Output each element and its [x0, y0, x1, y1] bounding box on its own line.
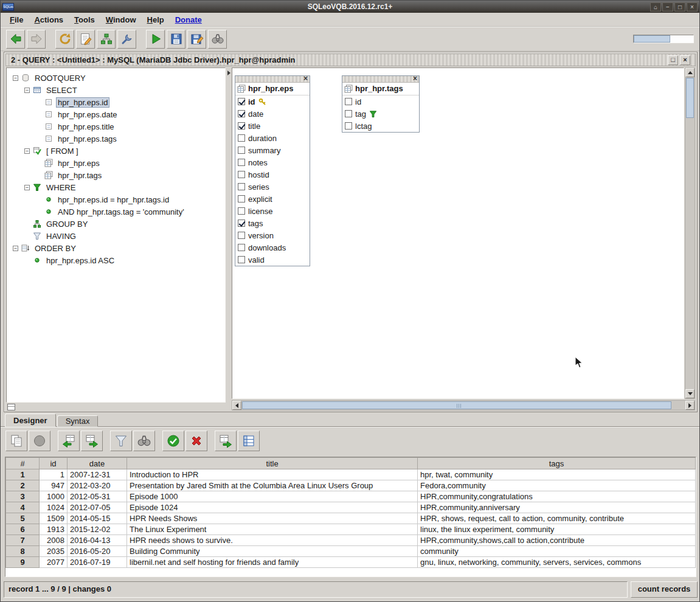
column-header[interactable]: date — [68, 458, 127, 469]
frame-close-button[interactable]: × — [680, 55, 690, 65]
column-row[interactable]: hostid — [235, 168, 310, 181]
column-header[interactable]: title — [127, 458, 418, 469]
forward-button[interactable] — [27, 30, 46, 49]
window-titlebar[interactable]: SQLeo SQLeoVQB.2016.12.rc1+ ⌂−□× — [1, 1, 699, 13]
schema-button[interactable] — [97, 30, 116, 49]
column-checkbox[interactable] — [238, 244, 245, 251]
query-window-titlebar[interactable]: 2 - QUERY : <Untitled1> : MySQL (MariaDB… — [5, 54, 696, 66]
menu-window[interactable]: Window — [100, 14, 142, 26]
row-header-cell[interactable]: 2 — [6, 480, 40, 491]
tree-node[interactable]: hpr_hpr.eps.title — [7, 120, 225, 133]
row-header-cell[interactable]: 4 — [6, 502, 40, 513]
tree-expander-icon[interactable]: − — [24, 88, 30, 93]
vertical-scrollbar-thumb[interactable] — [686, 78, 694, 118]
stop-button[interactable] — [29, 431, 50, 451]
row-header-cell[interactable]: 3 — [6, 491, 40, 502]
close-icon[interactable]: × — [302, 75, 309, 82]
scroll-down-button[interactable] — [685, 389, 695, 398]
drivers-button[interactable] — [117, 30, 136, 49]
column-row[interactable]: id — [342, 95, 419, 108]
count-records-button[interactable]: count records — [631, 581, 698, 598]
vertical-scrollbar[interactable] — [685, 67, 695, 399]
close-button[interactable]: × — [687, 2, 698, 12]
column-row[interactable]: date — [235, 108, 310, 120]
column-row[interactable]: license — [235, 205, 310, 217]
tab-syntax[interactable]: Syntax — [57, 415, 99, 427]
column-checkbox[interactable] — [238, 207, 245, 215]
tab-designer[interactable]: Designer — [5, 413, 56, 427]
row-header-cell[interactable]: 9 — [6, 557, 40, 568]
column-checkbox[interactable] — [345, 122, 352, 130]
column-row[interactable]: version — [235, 229, 310, 241]
splitter-collapse-icon[interactable] — [227, 71, 230, 75]
transpose-button[interactable] — [238, 431, 260, 451]
split-divider[interactable] — [226, 67, 232, 403]
close-icon[interactable]: × — [412, 75, 418, 82]
column-header[interactable]: # — [6, 458, 40, 469]
save-button[interactable] — [167, 30, 185, 49]
table-card[interactable]: ×hpr_hpr.epsiddatetitledurationsummaryno… — [235, 75, 310, 266]
scroll-right-button[interactable] — [685, 401, 695, 410]
tree-node[interactable]: −[ FROM ] — [7, 145, 225, 157]
next-page-button[interactable] — [81, 431, 103, 451]
table-row[interactable]: 515092014-05-15HPR Needs ShowsHPR, shows… — [6, 513, 696, 524]
table-row[interactable]: 410242012-07-05Episode 1024HPR,community… — [6, 502, 696, 513]
row-header-cell[interactable]: 7 — [6, 535, 40, 546]
back-button[interactable] — [6, 30, 25, 49]
column-checkbox[interactable] — [238, 110, 245, 117]
tree-expander-icon[interactable]: − — [13, 246, 18, 251]
column-row[interactable]: summary — [235, 144, 310, 156]
menu-file[interactable]: File — [4, 14, 29, 26]
column-header[interactable]: id — [40, 458, 68, 469]
column-checkbox[interactable] — [238, 232, 245, 239]
column-checkbox[interactable] — [238, 134, 245, 142]
column-checkbox[interactable] — [238, 159, 245, 166]
row-header-cell[interactable]: 6 — [6, 524, 40, 535]
slider-thumb-handle[interactable] — [634, 35, 670, 43]
table-card-titlebar[interactable]: × — [342, 76, 419, 83]
table-row[interactable]: 820352016-05-20Building Communitycommuni… — [6, 546, 696, 557]
filter-button[interactable] — [110, 431, 132, 451]
column-checkbox[interactable] — [238, 98, 245, 105]
column-checkbox[interactable] — [238, 183, 245, 190]
row-header-cell[interactable]: 5 — [6, 513, 40, 524]
tree-node[interactable]: −ROOTQUERY — [7, 72, 225, 84]
copy-button[interactable] — [5, 431, 27, 451]
rollback-button[interactable] — [185, 431, 207, 451]
frame-maximize-button[interactable]: □ — [668, 55, 678, 65]
tree-node[interactable]: −SELECT — [7, 84, 225, 96]
tree-node[interactable]: −ORDER BY — [7, 242, 225, 254]
search-button[interactable] — [208, 30, 227, 49]
table-card-titlebar[interactable]: × — [235, 76, 310, 83]
commit-button[interactable] — [162, 431, 184, 451]
menu-tools[interactable]: Tools — [69, 14, 100, 26]
column-checkbox[interactable] — [238, 256, 245, 263]
tree-expander-icon[interactable]: − — [24, 185, 30, 190]
scroll-left-button[interactable] — [232, 401, 241, 410]
tree-node[interactable]: −WHERE — [7, 181, 225, 193]
column-checkbox[interactable] — [238, 147, 245, 154]
table-row[interactable]: 619132015-12-02The Linux Experimentlinux… — [6, 524, 696, 535]
zoom-slider[interactable] — [633, 35, 694, 43]
tree-expander-icon[interactable]: − — [24, 148, 30, 154]
menu-actions[interactable]: Actions — [29, 14, 69, 26]
column-row[interactable]: id — [235, 95, 310, 108]
tree-node[interactable]: GROUP BY — [7, 218, 225, 230]
save-as-button[interactable] — [187, 30, 206, 49]
column-checkbox[interactable] — [238, 195, 245, 202]
row-header-cell[interactable]: 8 — [6, 546, 40, 557]
home-button[interactable]: ⌂ — [650, 2, 661, 12]
column-row[interactable]: tag — [342, 108, 419, 120]
row-header-cell[interactable]: 1 — [6, 469, 40, 480]
search-button[interactable] — [133, 431, 155, 451]
tree-node[interactable]: HAVING — [7, 230, 225, 242]
tree-node[interactable]: hpr_hpr.eps.date — [7, 108, 225, 120]
export-button[interactable] — [215, 431, 237, 451]
prev-page-button[interactable] — [58, 431, 80, 451]
column-checkbox[interactable] — [345, 110, 352, 117]
column-row[interactable]: tags — [235, 217, 310, 229]
tree-node[interactable]: hpr_hpr.eps.id = hpr_hpr.tags.id — [7, 193, 225, 206]
table-row[interactable]: 720082016-04-13HPR needs shows to surviv… — [6, 535, 696, 546]
column-row[interactable]: title — [235, 120, 310, 132]
table-row[interactable]: 112007-12-31Introduction to HPRhpr, twat… — [6, 469, 696, 480]
